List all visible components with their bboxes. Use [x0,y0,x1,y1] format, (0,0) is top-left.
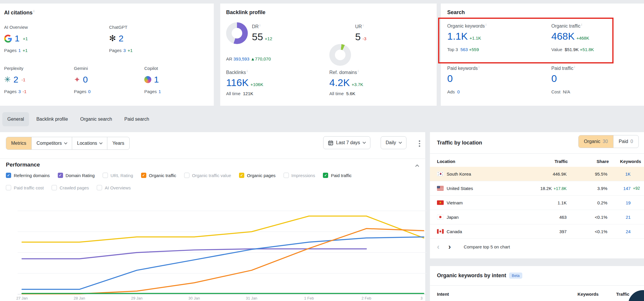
locations-segment[interactable]: Locations [72,137,108,149]
metric-paid-traffic[interactable]: ✓Paid traffic [323,173,352,178]
metric-checkbox-row-2: Paid traffic cost Crawled pages AI Overv… [6,185,131,190]
info-icon[interactable]: i [363,23,363,27]
keywords-link[interactable]: 19 [607,200,631,205]
chatgpt-pages: Pages3+1 [109,48,177,53]
organic-traffic-label: Organic traffici [551,23,582,29]
checkbox-icon: ✓ [58,173,63,178]
gemini-pages: Pages0 [74,89,141,94]
granularity-button[interactable]: Daily [381,136,406,149]
metric-paid-traffic-cost[interactable]: Paid traffic cost [6,185,44,190]
more-options-kebab-icon[interactable] [417,139,422,149]
metric-referring-domains[interactable]: ✓Referring domains [6,173,50,178]
performance-chart[interactable] [18,192,427,297]
perplexity-icon: ✳ [4,76,11,84]
next-page-icon[interactable]: › [448,243,451,250]
tab-paid-search[interactable]: Paid search [119,112,154,126]
info-icon[interactable]: i [479,65,479,69]
table-row-united-states[interactable]: United States 18.2K+17.8K 3.9% 147 +92 [430,181,644,196]
tab-general[interactable]: General [2,112,29,126]
metric-domain-rating[interactable]: ✓Domain Rating [58,173,95,178]
table-row-vietnam[interactable]: Vietnam 1.1K 0.2% 19 [430,196,644,210]
flag-japan [437,215,444,219]
chevron-down-icon [99,141,103,144]
info-icon[interactable]: i [574,65,575,69]
checkbox-icon [184,173,189,178]
date-range-button[interactable]: Last 7 days [323,136,370,149]
info-icon[interactable]: i [486,23,486,26]
keywords-link[interactable]: 147 [607,186,631,191]
metric-organic-traffic-value[interactable]: Organic traffic value [184,173,231,178]
checkbox-icon [97,185,102,190]
checkbox-icon: ✓ [6,173,11,178]
keywords-link[interactable]: 24 [607,229,631,234]
keywords-link[interactable]: 21 [607,215,631,220]
metric-crawled-pages[interactable]: Crawled pages [52,185,89,190]
metric-url-rating[interactable]: URL Rating [103,173,133,178]
info-icon[interactable]: i [581,23,582,26]
filter-segmented-control: Metrics Competitors Locations Years [6,137,130,150]
metric-impressions[interactable]: Impressions [284,173,315,178]
chatgpt-value[interactable]: 2 [118,33,123,43]
organic-keywords-value[interactable]: 1.1K [447,31,468,42]
paid-keywords-value[interactable]: 0 [447,73,453,84]
ref-domains-value[interactable]: 4.2K [329,77,350,88]
dr-delta: +12 [265,36,272,41]
organic-keywords-delta: +1.1K [470,36,481,41]
metric-checkbox-row-1: ✓Referring domains ✓Domain Rating URL Ra… [6,173,352,178]
date-range-label: Last 7 days [336,140,360,145]
google-icon [4,35,12,43]
copilot-pages: Pages1 [144,89,212,94]
years-segment[interactable]: Years [107,137,129,149]
backlinks-value[interactable]: 116K [226,77,249,88]
traffic-by-location-title: Traffic by location [437,140,482,146]
copilot-value[interactable]: 1 [154,75,159,85]
perplexity-label: Perplexity [4,66,72,71]
metric-organic-traffic[interactable]: ✓Organic traffic [141,173,176,178]
organic-traffic-value[interactable]: 468K [551,31,574,42]
info-icon[interactable]: i [247,69,248,73]
chatgpt-icon: ✻ [109,34,116,43]
table-row-canada[interactable]: Canada 397 <0.1% 24 [430,224,644,239]
backlink-profile-title: Backlink profile [226,9,265,16]
table-row-south-korea[interactable]: South Korea 446.9K 95.5% 1K [430,167,644,181]
checkbox-icon [284,173,289,178]
prev-page-icon[interactable]: ‹ [437,243,440,250]
paid-traffic-value[interactable]: 0 [551,73,557,84]
metrics-segment[interactable]: Metrics [6,137,32,149]
ai-overview-value[interactable]: 1 [15,33,20,43]
location-pagination: ‹ › Compare top 5 on chart [437,240,510,253]
ai-overview-delta: +1 [23,36,28,41]
ads-row: Ads 0 [447,89,460,94]
organic-traffic-delta: +468K [576,36,589,41]
perplexity-value[interactable]: 2 [13,75,18,85]
organic-keywords-label: Organic keywordsi [447,23,487,29]
ur-label: URi [355,23,364,29]
tab-backlink-profile[interactable]: Backlink profile [31,112,73,126]
flag-canada [437,229,444,234]
keywords-link[interactable]: 1K [607,171,631,176]
gemini-value[interactable]: 0 [83,75,88,85]
toggle-organic[interactable]: Organic30 [579,135,613,148]
info-icon[interactable]: i [260,23,260,27]
info-icon[interactable]: i [358,69,358,73]
compare-top5-link[interactable]: Compare top 5 on chart [464,244,510,249]
flag-vietnam [437,200,444,205]
toggle-paid[interactable]: Paid0 [613,135,638,148]
metric-ai-overviews[interactable]: AI Overviews [97,185,131,190]
collapse-chevron-icon[interactable] [415,164,419,168]
tab-organic-search[interactable]: Organic search [75,112,117,126]
chatgpt-label: ChatGPT [109,25,177,30]
checkbox-icon [52,185,57,190]
backlinks-label: Backlinksi [226,69,248,75]
ur-delta: -3 [362,36,366,41]
performance-panel: Metrics Competitors Locations Years Last… [0,132,425,301]
metric-organic-pages[interactable]: ✓Organic pages [239,173,276,178]
table-row-japan[interactable]: Japan 463 <0.1% 21 [430,210,644,224]
competitors-segment[interactable]: Competitors [32,137,72,149]
traffic-by-location-card: Traffic by location Organic30 Paid0 Loca… [430,132,644,258]
flag-south-korea [437,171,444,176]
keywords-by-intent-card: Organic keywords by intent Beta Intent K… [430,266,644,301]
dr-donut [226,22,248,44]
info-icon[interactable]: i [33,9,34,13]
chart-x-axis-labels: 27 Jan28 Jan29 Jan30 Jan31 Jan1 Feb2 Feb… [18,296,427,301]
